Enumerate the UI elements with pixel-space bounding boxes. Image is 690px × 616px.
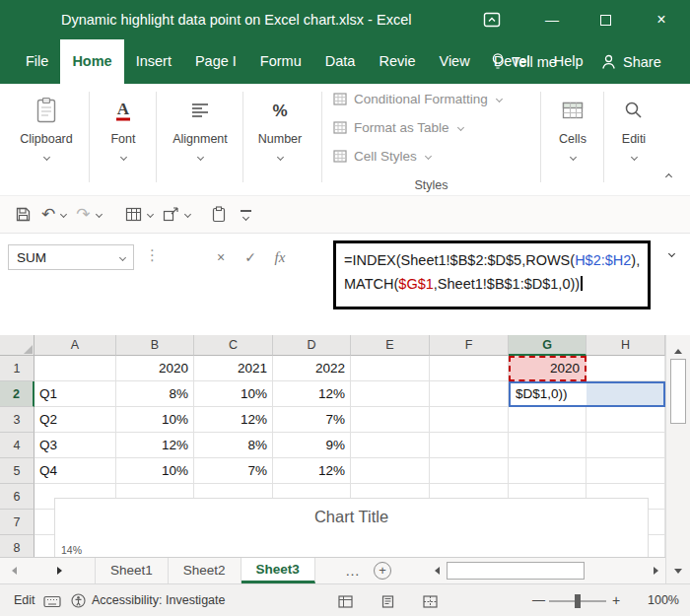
cell-A2[interactable]: Q1 xyxy=(34,381,116,407)
conditional-formatting-button[interactable]: Conditional Formatting xyxy=(325,85,537,112)
cell-D1[interactable]: 2022 xyxy=(273,356,351,381)
scroll-right-icon[interactable] xyxy=(648,562,663,580)
cell-B5[interactable]: 10% xyxy=(116,458,194,484)
row-header-2[interactable]: 2 xyxy=(0,381,34,407)
zoom-slider-thumb[interactable] xyxy=(575,594,581,608)
ribbon-display-options-button[interactable] xyxy=(475,0,509,39)
cell-D2[interactable]: 12% xyxy=(273,381,351,407)
redo-dropdown-chevron[interactable] xyxy=(95,211,102,218)
cell-C3[interactable]: 12% xyxy=(194,407,273,433)
formula-bar-expand-icon[interactable] xyxy=(668,250,675,257)
cell-B4[interactable]: 12% xyxy=(116,433,194,458)
font-group-button[interactable]: A Font xyxy=(95,92,152,160)
cell-H3[interactable] xyxy=(586,407,665,433)
undo-button[interactable]: ↶ xyxy=(36,200,60,230)
row-header-3[interactable]: 3 xyxy=(0,407,34,433)
undo-dropdown-chevron[interactable] xyxy=(60,211,67,218)
cell-E5[interactable] xyxy=(351,458,430,484)
row-header-6[interactable]: 6 xyxy=(0,484,34,510)
minimize-button[interactable]: — xyxy=(532,0,572,39)
horizontal-scrollbar[interactable] xyxy=(429,562,663,580)
page-layout-view-button[interactable] xyxy=(380,594,395,612)
format-as-table-button[interactable]: Format as Table xyxy=(325,113,537,141)
cell-A1[interactable] xyxy=(34,356,116,381)
maximize-button[interactable] xyxy=(586,0,625,39)
cell-B3[interactable]: 10% xyxy=(116,407,194,433)
accessibility-status[interactable]: Accessibility: Investigate xyxy=(92,584,225,616)
cells-group-button[interactable]: Cells xyxy=(546,92,599,160)
qat-custom-button-1[interactable] xyxy=(120,200,147,230)
cancel-button[interactable]: × xyxy=(207,244,235,270)
cell-B2[interactable]: 8% xyxy=(116,381,194,407)
cell-styles-button[interactable]: Cell Styles xyxy=(325,142,537,170)
insert-function-button[interactable]: fx xyxy=(266,244,294,270)
cell-F2[interactable] xyxy=(430,381,509,407)
zoom-level[interactable]: 100% xyxy=(636,584,679,616)
ribbon-tab-formu[interactable]: Formu xyxy=(248,39,313,84)
keyboard-icon[interactable] xyxy=(43,594,61,612)
cell-F4[interactable] xyxy=(430,433,509,458)
row-header-1[interactable]: 1 xyxy=(0,356,34,381)
cell-B1[interactable]: 2020 xyxy=(116,356,194,381)
cell-G3[interactable] xyxy=(509,407,586,433)
cell-G4[interactable] xyxy=(509,433,586,458)
ribbon-tab-home[interactable]: Home xyxy=(60,39,123,84)
scroll-down-icon[interactable] xyxy=(666,560,690,578)
formula-bar-splitter[interactable]: ⋮ xyxy=(145,246,160,264)
ribbon-tab-page-i[interactable]: Page I xyxy=(183,39,248,84)
row-header-7[interactable]: 7 xyxy=(0,510,34,535)
sheet-tab-sheet1[interactable]: Sheet1 xyxy=(95,558,169,583)
sheet-tab-sheet3[interactable]: Sheet3 xyxy=(242,558,315,583)
save-button[interactable] xyxy=(10,200,36,230)
vertical-scrollbar-thumb[interactable] xyxy=(670,359,686,424)
cell-E4[interactable] xyxy=(351,433,430,458)
qat-custom-1-chevron[interactable] xyxy=(146,211,153,218)
redo-button[interactable]: ↷ xyxy=(71,200,95,230)
qat-custom-2-chevron[interactable] xyxy=(183,211,190,218)
vertical-scrollbar[interactable] xyxy=(665,335,690,583)
more-sheets-button[interactable]: … xyxy=(345,558,360,583)
enter-button[interactable]: ✓ xyxy=(237,244,264,270)
cell-D4[interactable]: 9% xyxy=(273,433,351,458)
zoom-in-button[interactable]: + xyxy=(612,584,620,616)
new-sheet-button[interactable]: + xyxy=(374,562,391,580)
cell-C2[interactable]: 10% xyxy=(194,381,273,407)
column-header-H[interactable]: H xyxy=(586,335,665,356)
cell-F1[interactable] xyxy=(430,356,509,381)
sheet-nav-right-icon[interactable] xyxy=(57,567,62,575)
cell-G2[interactable]: $D$1,0)) xyxy=(509,381,586,407)
zoom-slider[interactable] xyxy=(549,600,606,602)
scroll-up-icon[interactable] xyxy=(666,340,690,358)
sheet-nav-left-icon[interactable] xyxy=(12,567,17,575)
cell-H5[interactable] xyxy=(586,458,665,484)
paste-button[interactable] xyxy=(207,200,231,230)
cell-C4[interactable]: 8% xyxy=(194,433,273,458)
cell-E3[interactable] xyxy=(351,407,430,433)
cell-A3[interactable]: Q2 xyxy=(34,407,116,433)
cell-A4[interactable]: Q3 xyxy=(34,433,116,458)
cell-C1[interactable]: 2021 xyxy=(194,356,273,381)
horizontal-scrollbar-thumb[interactable] xyxy=(447,562,585,580)
customize-qat-button[interactable] xyxy=(241,210,251,220)
column-header-A[interactable]: A xyxy=(34,335,116,356)
row-header-5[interactable]: 5 xyxy=(0,458,34,484)
name-box-dropdown-icon[interactable] xyxy=(118,253,125,260)
page-break-preview-button[interactable] xyxy=(423,594,438,612)
cell-G1[interactable]: 2020 xyxy=(509,356,586,381)
cell-F3[interactable] xyxy=(430,407,509,433)
column-header-D[interactable]: D xyxy=(273,335,351,356)
collapse-ribbon-button[interactable] xyxy=(665,173,672,180)
close-button[interactable]: × xyxy=(639,0,684,39)
tell-me-button[interactable]: Tell me xyxy=(491,39,557,84)
name-box[interactable]: SUM xyxy=(8,244,134,270)
qat-custom-button-2[interactable] xyxy=(158,200,184,230)
sheet-tab-sheet2[interactable]: Sheet2 xyxy=(169,558,242,583)
formula-input[interactable]: =INDEX(Sheet1!$B$2:$D$5,ROWS(H$2:$H2),MA… xyxy=(333,240,651,309)
cell-D5[interactable]: 12% xyxy=(273,458,351,484)
number-group-button[interactable]: % Number xyxy=(246,92,313,160)
column-header-C[interactable]: C xyxy=(194,335,273,356)
ribbon-tab-data[interactable]: Data xyxy=(313,39,368,84)
editing-group-button[interactable]: Editi xyxy=(609,92,658,160)
cell-C5[interactable]: 7% xyxy=(194,458,273,484)
cell-G5[interactable] xyxy=(509,458,586,484)
